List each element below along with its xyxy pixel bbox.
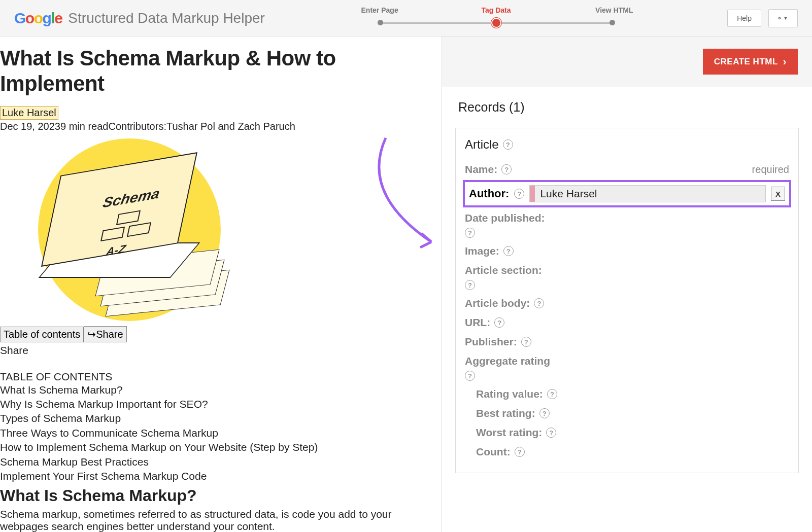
help-icon[interactable]: ? xyxy=(503,246,514,256)
main-split: What Is Schema Markup & How to Implement… xyxy=(0,37,812,532)
field-author-highlighted: Author: ? Luke Harsel X xyxy=(463,180,791,207)
article-hero-illustration: Schema A-Z xyxy=(28,138,236,321)
toc-list: What Is Schema Markup? Why Is Schema Mar… xyxy=(0,383,442,483)
article-title[interactable]: What Is Schema Markup & How to Implement xyxy=(0,46,442,97)
progress-stepper: Enter Page Tag Data View HTML xyxy=(265,0,727,37)
help-icon[interactable]: ? xyxy=(546,428,556,438)
help-icon[interactable]: ? xyxy=(534,298,544,308)
help-icon[interactable]: ? xyxy=(494,317,504,328)
field-worst-rating[interactable]: Worst rating: ? xyxy=(465,423,789,442)
app-header: Google Structured Data Markup Helper Ent… xyxy=(0,0,812,37)
field-url[interactable]: URL: ? xyxy=(465,313,789,332)
help-icon[interactable]: ? xyxy=(515,447,525,457)
toc-item[interactable]: Types of Schema Markup xyxy=(0,411,442,425)
toc-item[interactable]: Schema Markup Best Practices xyxy=(0,455,442,469)
field-best-rating[interactable]: Best rating: ? xyxy=(465,404,789,423)
help-icon[interactable]: ? xyxy=(465,280,475,290)
field-date-published-help[interactable]: ? xyxy=(465,228,789,241)
create-html-button[interactable]: CREATE HTML › xyxy=(703,49,798,75)
field-count[interactable]: Count: ? xyxy=(465,442,789,462)
toc-item[interactable]: Three Ways to Communicate Schema Markup xyxy=(0,426,442,440)
help-icon[interactable]: ? xyxy=(465,371,475,381)
author-value-text: Luke Harsel xyxy=(535,188,602,200)
author-highlighted[interactable]: Luke Harsel xyxy=(0,106,58,120)
logo-area: Google Structured Data Markup Helper xyxy=(14,10,265,27)
toc-heading: TABLE OF CONTENTS xyxy=(0,371,442,383)
header-actions: Help ▼ xyxy=(727,9,798,27)
records-heading: Records (1) xyxy=(458,100,799,115)
app-title: Structured Data Markup Helper xyxy=(68,10,265,26)
dropdown-caret-icon: ▼ xyxy=(783,15,788,21)
settings-button[interactable]: ▼ xyxy=(768,9,798,27)
help-icon[interactable]: ? xyxy=(547,389,557,399)
step-dot-2[interactable] xyxy=(491,18,501,28)
toc-item[interactable]: What Is Schema Markup? xyxy=(0,383,442,397)
share-text[interactable]: Share xyxy=(0,344,442,357)
chevron-right-icon: › xyxy=(783,56,787,67)
body-paragraph[interactable]: Schema markup, sometimes referred to as … xyxy=(0,508,442,532)
toc-item[interactable]: Why Is Schema Markup Important for SEO? xyxy=(0,397,442,411)
help-icon[interactable]: ? xyxy=(514,189,524,199)
field-aggregate-rating[interactable]: Aggregate rating xyxy=(465,351,789,371)
field-image[interactable]: Image: ? xyxy=(465,241,789,261)
step-dot-3[interactable] xyxy=(610,20,615,25)
section-heading[interactable]: What Is Schema Markup? xyxy=(0,486,442,505)
help-icon[interactable]: ? xyxy=(539,408,550,418)
record-card: Article ? Name: ? required Author: ? Luk… xyxy=(455,128,799,473)
field-aggregate-rating-help[interactable]: ? xyxy=(465,371,789,384)
step-dot-1[interactable] xyxy=(378,20,383,25)
field-article-section[interactable]: Article section: xyxy=(465,261,789,280)
help-button[interactable]: Help xyxy=(727,10,761,27)
article-meta[interactable]: Dec 19, 20239 min readContributors:Tusha… xyxy=(0,121,442,132)
record-type-label: Article ? xyxy=(465,137,789,152)
toc-item[interactable]: Implement Your First Schema Markup Code xyxy=(0,469,442,483)
field-article-body[interactable]: Article body: ? xyxy=(465,294,789,313)
field-article-section-help[interactable]: ? xyxy=(465,280,789,294)
step-view-html[interactable]: View HTML xyxy=(595,6,633,14)
content-preview-pane: What Is Schema Markup & How to Implement… xyxy=(0,37,442,532)
gear-icon xyxy=(778,14,781,23)
step-tag-data[interactable]: Tag Data xyxy=(481,6,511,14)
field-name[interactable]: Name: ? required xyxy=(465,160,789,179)
share-button[interactable]: ↪Share xyxy=(84,326,126,342)
share-icon: ↪ xyxy=(87,329,96,340)
table-of-contents-button[interactable]: Table of contents xyxy=(0,327,84,342)
help-icon[interactable]: ? xyxy=(521,337,531,347)
toc-item[interactable]: How to Implement Schema Markup on Your W… xyxy=(0,440,442,454)
author-value-chip[interactable]: Luke Harsel xyxy=(529,185,766,202)
required-tag: required xyxy=(752,164,789,175)
field-rating-value[interactable]: Rating value: ? xyxy=(465,384,789,404)
data-panel: CREATE HTML › Records (1) Article ? Name… xyxy=(442,37,812,532)
help-icon[interactable]: ? xyxy=(465,228,475,238)
step-enter-page[interactable]: Enter Page xyxy=(361,6,398,14)
remove-author-button[interactable]: X xyxy=(771,187,785,201)
annotation-arrow-icon xyxy=(355,133,442,255)
help-icon[interactable]: ? xyxy=(503,139,513,150)
field-date-published[interactable]: Date published: xyxy=(465,208,789,228)
field-publisher[interactable]: Publisher: ? xyxy=(465,332,789,351)
google-logo: Google xyxy=(14,10,62,27)
help-icon[interactable]: ? xyxy=(501,164,512,174)
